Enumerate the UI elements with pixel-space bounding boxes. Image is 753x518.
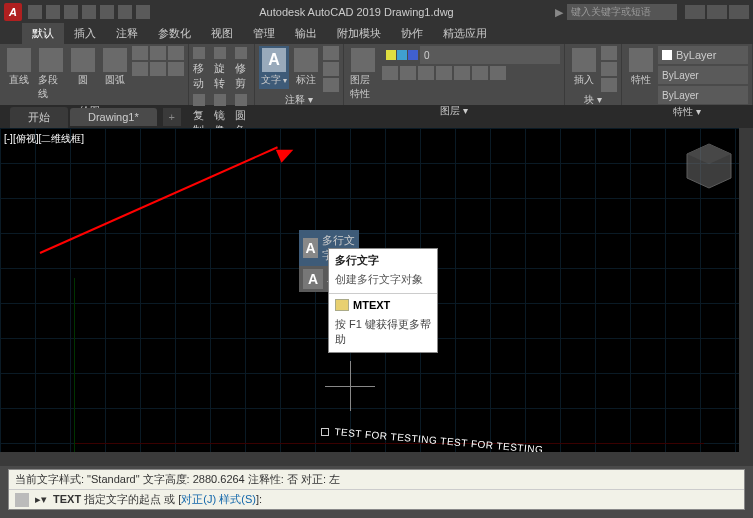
annot-more	[323, 46, 339, 92]
move-button[interactable]: 移动	[193, 46, 208, 92]
quick-access-toolbar	[28, 5, 150, 19]
tab-view[interactable]: 视图	[201, 23, 243, 44]
trim-button[interactable]: 修剪	[235, 46, 250, 92]
arc-icon	[103, 48, 127, 72]
point-icon[interactable]	[150, 62, 166, 76]
qat-new-icon[interactable]	[28, 5, 42, 19]
tab-collab[interactable]: 协作	[391, 23, 433, 44]
tab-addins[interactable]: 附加模块	[327, 23, 391, 44]
fillet-icon	[235, 94, 247, 106]
attr-icon[interactable]	[601, 78, 617, 92]
draw-more	[132, 46, 184, 76]
drawing-canvas[interactable]: [-][俯视][二维线框] TEST FOR TESTING TEST FOR …	[0, 128, 753, 466]
panel-annotation: A 文字 标注 注释 ▾	[255, 44, 344, 105]
command-input[interactable]: ▸▾ TEXT 指定文字的起点 或 [对正(J) 样式(S)]:	[9, 489, 744, 509]
properties-button[interactable]: 特性	[626, 46, 656, 89]
window-title: Autodesk AutoCAD 2019 Drawing1.dwg	[158, 6, 555, 18]
layoff-icon[interactable]	[382, 66, 398, 80]
dtext-icon: A	[303, 269, 323, 289]
tab-annotate[interactable]: 注释	[106, 23, 148, 44]
text-button[interactable]: A 文字	[259, 46, 289, 89]
layfrz-icon[interactable]	[418, 66, 434, 80]
search-input[interactable]: 键入关键字或短语	[567, 4, 677, 20]
minimize-button[interactable]	[685, 5, 705, 19]
polyline-icon	[39, 48, 63, 72]
layer-properties-button[interactable]: 图层特性	[348, 46, 378, 103]
copy-icon	[193, 94, 205, 106]
tab-output[interactable]: 输出	[285, 23, 327, 44]
maximize-button[interactable]	[707, 5, 727, 19]
panel-annot-label[interactable]: 注释 ▾	[259, 92, 339, 108]
ellipse-icon[interactable]	[150, 46, 166, 60]
bulb-icon[interactable]	[386, 50, 396, 60]
tab-parametric[interactable]: 参数化	[148, 23, 201, 44]
panel-draw: 直线 多段线 圆 圆弧 绘图 ▾	[0, 44, 189, 105]
panel-properties: 特性 ByLayer ByLayer ByLayer 特性 ▾	[622, 44, 753, 105]
freeze-icon[interactable]	[397, 50, 407, 60]
lock-icon[interactable]	[408, 50, 418, 60]
rotate-button[interactable]: 旋转	[214, 46, 229, 92]
block-more	[601, 46, 617, 92]
tab-default[interactable]: 默认	[22, 23, 64, 44]
laymch-icon[interactable]	[454, 66, 470, 80]
dimension-button[interactable]: 标注	[291, 46, 321, 89]
circle-icon	[71, 48, 95, 72]
qat-save-icon[interactable]	[64, 5, 78, 19]
polyline-button[interactable]: 多段线	[36, 46, 66, 103]
command-icon	[335, 299, 349, 311]
insert-block-button[interactable]: 插入	[569, 46, 599, 89]
tab-start[interactable]: 开始	[10, 107, 68, 128]
qat-redo-icon[interactable]	[136, 5, 150, 19]
viewcube[interactable]	[679, 136, 739, 196]
app-icon[interactable]: A	[4, 3, 22, 21]
line-icon	[7, 48, 31, 72]
horizontal-scrollbar[interactable]	[0, 452, 753, 466]
layer-dropdown[interactable]: 0	[420, 46, 560, 64]
laywalk-icon[interactable]	[490, 66, 506, 80]
qat-plot-icon[interactable]	[100, 5, 114, 19]
table-icon[interactable]	[323, 62, 339, 76]
leader-icon[interactable]	[323, 46, 339, 60]
line-button[interactable]: 直线	[4, 46, 34, 89]
command-history: 当前文字样式: "Standard" 文字高度: 2880.6264 注释性: …	[9, 470, 744, 489]
spline-icon[interactable]	[132, 62, 148, 76]
circle-button[interactable]: 圆	[68, 46, 98, 89]
arc-button[interactable]: 圆弧	[100, 46, 130, 89]
view-label[interactable]: [-][俯视][二维线框]	[4, 132, 84, 146]
layprev-icon[interactable]	[472, 66, 488, 80]
tab-insert[interactable]: 插入	[64, 23, 106, 44]
edit-block-icon[interactable]	[601, 62, 617, 76]
mirror-icon	[214, 94, 226, 106]
region-icon[interactable]	[168, 62, 184, 76]
x-axis	[74, 443, 704, 444]
hatch-icon[interactable]	[168, 46, 184, 60]
rect-icon[interactable]	[132, 46, 148, 60]
tab-manage[interactable]: 管理	[243, 23, 285, 44]
qat-open-icon[interactable]	[46, 5, 60, 19]
command-window[interactable]: 当前文字样式: "Standard" 文字高度: 2880.6264 注释性: …	[8, 469, 745, 510]
qat-undo-icon[interactable]	[118, 5, 132, 19]
panel-layer-label[interactable]: 图层 ▾	[348, 103, 560, 119]
move-icon	[193, 47, 205, 59]
lineweight-dropdown[interactable]: ByLayer	[658, 86, 748, 104]
create-block-icon[interactable]	[601, 46, 617, 60]
dimension-icon	[294, 48, 318, 72]
laylck-icon[interactable]	[436, 66, 452, 80]
tab-featured[interactable]: 精选应用	[433, 23, 497, 44]
panel-block-label[interactable]: 块 ▾	[569, 92, 617, 108]
new-tab-button[interactable]: +	[163, 108, 181, 126]
panel-prop-label[interactable]: 特性 ▾	[626, 104, 748, 120]
cloud-icon[interactable]	[323, 78, 339, 92]
qat-saveas-icon[interactable]	[82, 5, 96, 19]
linetype-dropdown[interactable]: ByLayer	[658, 66, 748, 84]
tooltip-command: MTEXT	[329, 296, 437, 314]
tooltip-description: 创建多行文字对象	[329, 272, 437, 291]
ribbon-tabs: 默认 插入 注释 参数化 视图 管理 输出 附加模块 协作 精选应用	[0, 24, 753, 44]
vertical-scrollbar[interactable]	[739, 128, 753, 466]
close-button[interactable]	[729, 5, 749, 19]
window-controls	[685, 5, 749, 19]
color-dropdown[interactable]: ByLayer	[658, 46, 748, 64]
panel-layer: 图层特性 0 图层 ▾	[344, 44, 565, 105]
tab-drawing1[interactable]: Drawing1*	[70, 108, 157, 126]
layiso-icon[interactable]	[400, 66, 416, 80]
